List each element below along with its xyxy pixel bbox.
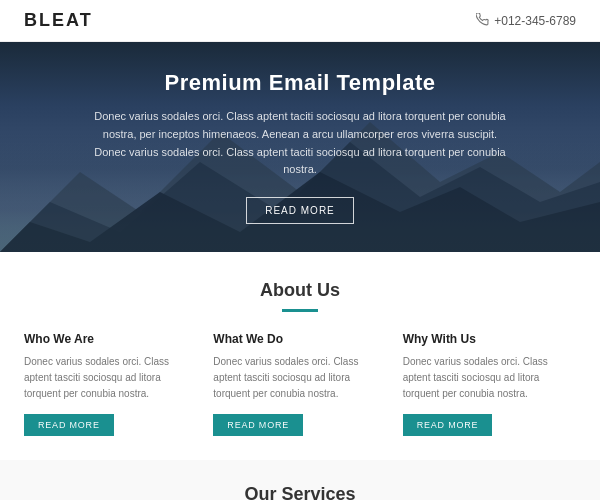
services-section: Our Services Web Design bbox=[0, 460, 600, 500]
about-col-2-button[interactable]: READ MORE bbox=[213, 414, 303, 436]
phone-text: +012-345-6789 bbox=[494, 14, 576, 28]
about-title: About Us bbox=[24, 280, 576, 301]
about-col-1: Who We Are Donec varius sodales orci. Cl… bbox=[24, 332, 197, 436]
about-col-1-button[interactable]: READ MORE bbox=[24, 414, 114, 436]
about-col-3-button[interactable]: READ MORE bbox=[403, 414, 493, 436]
hero-title: Premium Email Template bbox=[90, 70, 510, 96]
about-section: About Us Who We Are Donec varius sodales… bbox=[0, 252, 600, 460]
services-title: Our Services bbox=[24, 484, 576, 500]
site-logo: BLEAT bbox=[24, 10, 93, 31]
hero-text: Donec varius sodales orci. Class aptent … bbox=[90, 108, 510, 178]
hero-section: Premium Email Template Donec varius soda… bbox=[0, 42, 600, 252]
about-columns: Who We Are Donec varius sodales orci. Cl… bbox=[24, 332, 576, 436]
about-col-1-title: Who We Are bbox=[24, 332, 197, 346]
about-col-2-title: What We Do bbox=[213, 332, 386, 346]
about-col-2-text: Donec varius sodales orci. Class aptent … bbox=[213, 354, 386, 402]
about-divider bbox=[282, 309, 318, 312]
phone-number-container: +012-345-6789 bbox=[476, 13, 576, 29]
hero-read-more-button[interactable]: READ MORE bbox=[246, 197, 354, 224]
phone-icon bbox=[476, 13, 489, 29]
about-col-3-text: Donec varius sodales orci. Class aptent … bbox=[403, 354, 576, 402]
site-header: BLEAT +012-345-6789 bbox=[0, 0, 600, 42]
hero-content: Premium Email Template Donec varius soda… bbox=[90, 70, 510, 223]
about-col-3-title: Why With Us bbox=[403, 332, 576, 346]
about-col-3: Why With Us Donec varius sodales orci. C… bbox=[403, 332, 576, 436]
about-col-2: What We Do Donec varius sodales orci. Cl… bbox=[213, 332, 386, 436]
about-col-1-text: Donec varius sodales orci. Class aptent … bbox=[24, 354, 197, 402]
